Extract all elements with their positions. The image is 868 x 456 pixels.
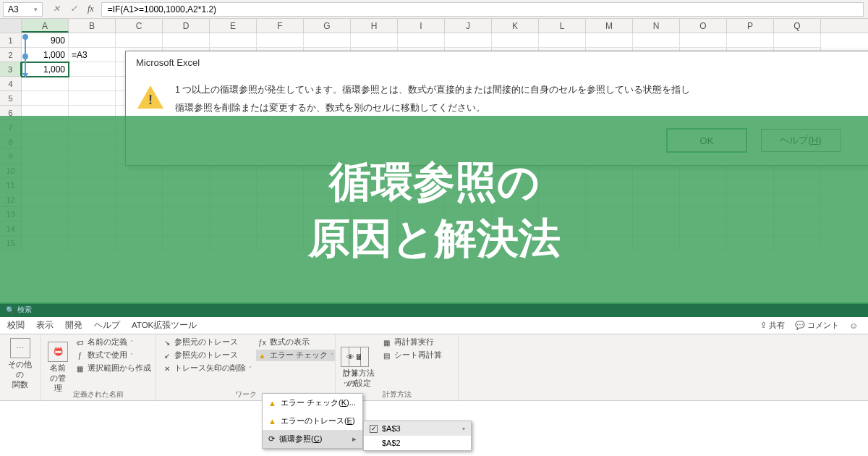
cell-C1[interactable] bbox=[116, 33, 163, 48]
other-functions-button[interactable]: ⋯ その他の 関数 bbox=[4, 337, 35, 392]
column-header-J[interactable]: J bbox=[445, 19, 492, 33]
column-headers: ABCDEFGHIJKLMNOPQ bbox=[0, 19, 868, 33]
ribbon: ⋯ その他の 関数 📛 名前 の管理 🏷名前の定義 ƒ数式で使用 ▦選択範囲から… bbox=[0, 334, 868, 401]
menu-circular-reference[interactable]: ⟳ 循環参照(C) ▸ bbox=[263, 430, 362, 448]
column-header-B[interactable]: B bbox=[69, 19, 116, 33]
column-header-E[interactable]: E bbox=[210, 19, 257, 33]
row-header-2[interactable]: 2 bbox=[0, 48, 22, 62]
comment-button[interactable]: 💬コメント bbox=[795, 320, 839, 331]
use-in-formula-button[interactable]: ƒ数式で使用 bbox=[74, 350, 153, 361]
remove-arrows-button[interactable]: ✕トレース矢印の削除 bbox=[161, 363, 253, 374]
circular-ref-item-1[interactable]: ✓ $A$3 ▾ bbox=[364, 421, 471, 436]
overlay-line1: 循環参照の bbox=[308, 153, 561, 210]
row-header-1[interactable]: 1 bbox=[0, 33, 22, 48]
cell-A2[interactable]: 1,000 bbox=[22, 48, 69, 62]
cell-B3[interactable] bbox=[69, 62, 116, 77]
column-header-D[interactable]: D bbox=[163, 19, 210, 33]
calculate-now-button[interactable]: ▦再計算実行 bbox=[380, 337, 443, 348]
cell-A5[interactable] bbox=[22, 91, 69, 106]
cell-J1[interactable] bbox=[445, 33, 492, 48]
ribbon-group-other-functions: ⋯ その他の 関数 bbox=[0, 334, 41, 400]
tab-review[interactable]: 校閲 bbox=[7, 320, 25, 331]
trace-precedents-button[interactable]: ↘参照元のトレース bbox=[161, 337, 253, 348]
cell-A1[interactable]: 900 bbox=[22, 33, 69, 48]
create-from-selection-button[interactable]: ▦選択範囲から作成 bbox=[74, 363, 153, 374]
tab-help[interactable]: ヘルプ bbox=[94, 320, 120, 331]
column-header-Q[interactable]: Q bbox=[774, 19, 821, 33]
share-button[interactable]: ⇪共有 bbox=[760, 320, 785, 331]
dialog-title: Microsoft Excel bbox=[126, 51, 868, 74]
column-header-N[interactable]: N bbox=[633, 19, 680, 33]
cell-O1[interactable] bbox=[680, 33, 727, 48]
cell-G1[interactable] bbox=[304, 33, 351, 48]
title-search-bar[interactable]: 🔍 検索 bbox=[0, 303, 868, 317]
column-header-C[interactable]: C bbox=[116, 19, 163, 33]
menu-error-trace[interactable]: ▲ エラーのトレース(E) bbox=[263, 412, 362, 430]
cell-M1[interactable] bbox=[586, 33, 633, 48]
circular-ref-item-2[interactable]: $A$2 bbox=[364, 436, 471, 450]
cell-N1[interactable] bbox=[633, 33, 680, 48]
cell-L1[interactable] bbox=[539, 33, 586, 48]
row-header-5[interactable]: 5 bbox=[0, 91, 22, 106]
cell-D1[interactable] bbox=[163, 33, 210, 48]
cell-A3[interactable]: 1,000 bbox=[22, 62, 69, 77]
column-header-K[interactable]: K bbox=[492, 19, 539, 33]
trace-dep-icon: ↙ bbox=[162, 351, 171, 360]
column-header-M[interactable]: M bbox=[586, 19, 633, 33]
tab-atok[interactable]: ATOK拡張ツール bbox=[132, 320, 197, 331]
error-check-button[interactable]: ▲エラー チェック bbox=[256, 350, 335, 361]
select-all-corner[interactable] bbox=[0, 19, 22, 33]
search-placeholder: 検索 bbox=[17, 305, 32, 315]
formula-bar: A3 ▾ ✕ ✓ fx =IF(A1>=1000,1000,A2*1.2) bbox=[0, 0, 868, 19]
cell-E1[interactable] bbox=[210, 33, 257, 48]
cell-B1[interactable] bbox=[69, 33, 116, 48]
cell-F1[interactable] bbox=[257, 33, 304, 48]
trace-dot bbox=[22, 54, 28, 59]
warning-triangle-icon: ▲ bbox=[268, 399, 276, 408]
cell-H1[interactable] bbox=[351, 33, 398, 48]
tab-developer[interactable]: 開発 bbox=[65, 320, 82, 331]
show-formulas-button[interactable]: ƒx数式の表示 bbox=[256, 337, 335, 348]
smiley-icon[interactable]: ☺ bbox=[849, 321, 858, 330]
menu-error-check[interactable]: ▲ エラー チェック(K)... bbox=[263, 394, 362, 412]
trace-dependents-button[interactable]: ↙参照先のトレース bbox=[161, 350, 253, 361]
column-header-G[interactable]: G bbox=[304, 19, 351, 33]
chevron-down-icon[interactable]: ▾ bbox=[34, 6, 38, 13]
chevron-right-icon: ▸ bbox=[352, 434, 357, 444]
confirm-icon[interactable]: ✓ bbox=[70, 4, 77, 14]
cell-P1[interactable] bbox=[727, 33, 774, 48]
check-icon: ✓ bbox=[370, 425, 378, 433]
cell-I1[interactable] bbox=[398, 33, 445, 48]
name-box-value: A3 bbox=[8, 4, 19, 14]
column-header-L[interactable]: L bbox=[539, 19, 586, 33]
ribbon-right: ⇪共有 💬コメント ☺ bbox=[760, 320, 868, 331]
tag-icon: 🏷 bbox=[75, 338, 85, 347]
cancel-icon[interactable]: ✕ bbox=[53, 4, 60, 14]
show-formulas-icon: ƒx bbox=[258, 338, 267, 347]
column-header-I[interactable]: I bbox=[398, 19, 445, 33]
column-header-P[interactable]: P bbox=[727, 19, 774, 33]
column-header-O[interactable]: O bbox=[680, 19, 727, 33]
row-header-4[interactable]: 4 bbox=[0, 77, 22, 91]
cell-B5[interactable] bbox=[69, 91, 116, 106]
cell-Q1[interactable] bbox=[774, 33, 821, 48]
overlay-title: 循環参照の 原因と解決法 bbox=[308, 153, 561, 267]
dialog-line1: 1 つ以上の循環参照が発生しています。循環参照とは、数式が直接的または間接的に自… bbox=[175, 81, 690, 99]
row-header-3[interactable]: 3 bbox=[0, 62, 22, 77]
cell-B4[interactable] bbox=[69, 77, 116, 91]
name-manager-icon: 📛 bbox=[48, 342, 68, 362]
calculate-sheet-button[interactable]: ▤シート再計算 bbox=[380, 350, 443, 361]
column-header-H[interactable]: H bbox=[351, 19, 398, 33]
cell-B2[interactable]: =A3 bbox=[69, 48, 116, 62]
formula-input[interactable]: =IF(A1>=1000,1000,A2*1.2) bbox=[101, 2, 864, 17]
column-header-A[interactable]: A bbox=[22, 19, 69, 33]
tab-view[interactable]: 表示 bbox=[36, 320, 54, 331]
cell-K1[interactable] bbox=[492, 33, 539, 48]
cell-A4[interactable] bbox=[22, 77, 69, 91]
name-box[interactable]: A3 ▾ bbox=[3, 2, 43, 17]
define-name-button[interactable]: 🏷名前の定義 bbox=[74, 337, 153, 348]
other-functions-icon: ⋯ bbox=[10, 338, 30, 358]
column-header-F[interactable]: F bbox=[257, 19, 304, 33]
fx-icon[interactable]: fx bbox=[88, 4, 94, 14]
overlay-line2: 原因と解決法 bbox=[308, 210, 561, 266]
